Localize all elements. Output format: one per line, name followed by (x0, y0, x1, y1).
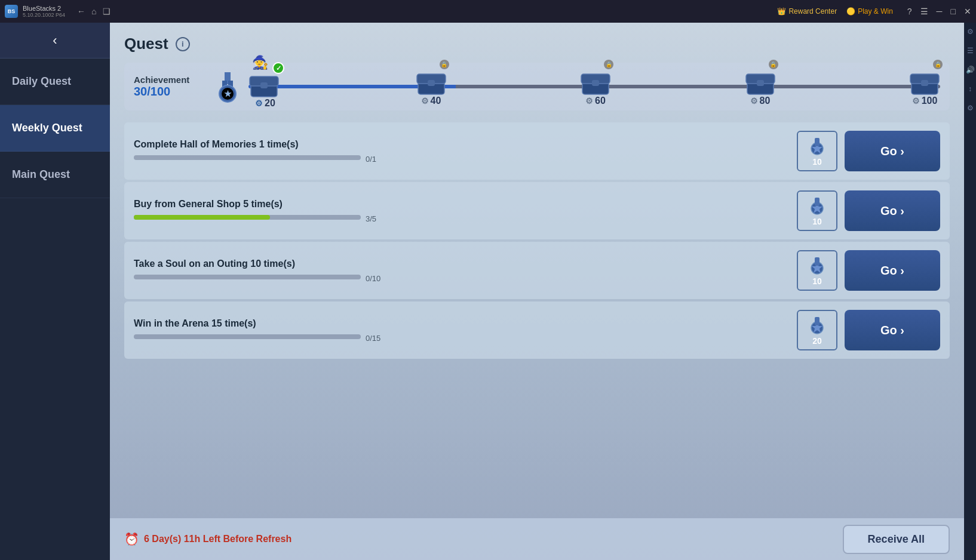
reward-count-3: 10 (812, 276, 822, 286)
milestone-100-value: ⚙ 100 (912, 96, 938, 106)
app-title: BlueStacks 2 (23, 5, 65, 12)
reward-medal-icon-4 (807, 315, 827, 335)
quest-reward-3: 10 (797, 250, 837, 291)
progress-bar-4 (134, 334, 361, 339)
quest-item-3: Take a Soul on an Outing 10 time(s) 0/10 (124, 242, 950, 299)
milestone-60: 🔒 ⚙ 60 (580, 64, 611, 109)
svg-rect-11 (428, 80, 435, 86)
progress-text-4: 0/15 (366, 334, 380, 343)
back-nav-icon[interactable]: ← (77, 7, 85, 16)
main-container: ‹ Daily Quest Weekly Quest Main Quest Qu… (0, 23, 976, 560)
back-arrow-icon: ‹ (53, 33, 57, 48)
progress-text-1: 0/1 (366, 155, 376, 164)
footer: ⏰ 6 Day(s) 11h Left Before Refresh Recei… (110, 518, 964, 560)
home-nav-icon[interactable]: ⌂ (91, 7, 96, 16)
sidebar-item-daily-quest[interactable]: Daily Quest (0, 59, 110, 105)
milestones-bar: ✓ 🧙 ⚙ 20 (248, 69, 940, 104)
app-version: 5.10.20.1002 P64 (23, 12, 65, 18)
reward-center-btn[interactable]: 👑 Reward Center (777, 7, 837, 16)
quest-item-1: Complete Hall of Memories 1 time(s) 0/1 (124, 122, 950, 180)
pages-nav-icon[interactable]: ❑ (103, 7, 111, 16)
quest-item-2: Buy from General Shop 5 time(s) 3/5 (124, 182, 950, 239)
milestone-40-value: ⚙ 40 (421, 96, 441, 106)
reward-center-label: Reward Center (788, 7, 837, 16)
milestone-20-character: 🧙 (252, 55, 268, 70)
progress-fill-2 (134, 215, 270, 220)
title-bar-left: BS BlueStacks 2 5.10.20.1002 P64 ← ⌂ ❑ (5, 5, 111, 18)
svg-rect-17 (757, 80, 764, 86)
go-button-2[interactable]: Go › (845, 190, 940, 231)
reward-medal-icon-3 (807, 255, 827, 275)
milestone-80-lock: 🔒 (769, 60, 778, 69)
milestone-40-chest: 🔒 (416, 64, 447, 96)
title-bar-right: 👑 Reward Center 🟡 Play & Win ? ☰ ─ □ ✕ (777, 7, 971, 16)
play-win-btn[interactable]: 🟡 Play & Win (846, 7, 893, 16)
quest-item-4: Win in the Arena 15 time(s) 0/15 20 (124, 301, 950, 359)
svg-rect-20 (921, 80, 928, 86)
progress-bar-3 (134, 275, 361, 279)
nav-icons: ← ⌂ ❑ (77, 7, 110, 16)
app-icon: BS (5, 5, 18, 18)
reward-count-1: 10 (812, 157, 822, 167)
sidebar-item-weekly-quest[interactable]: Weekly Quest (0, 105, 110, 152)
right-icon-4[interactable]: ↕ (968, 85, 972, 93)
right-icon-5[interactable]: ⚙ (967, 104, 974, 112)
milestone-20: ✓ 🧙 ⚙ 20 (248, 64, 282, 109)
sidebar-item-main-quest[interactable]: Main Quest (0, 152, 110, 198)
close-icon[interactable]: ✕ (964, 7, 971, 16)
info-icon[interactable]: i (176, 37, 190, 51)
content-area: Quest i Achievement 30/100 ★ (110, 23, 964, 560)
progress-bar-2 (134, 215, 361, 220)
timer-label: 6 Day(s) 11h Left Before Refresh (144, 534, 291, 544)
go-button-1[interactable]: Go › (845, 131, 940, 171)
right-icon-1[interactable]: ⚙ (967, 27, 974, 36)
quest-name-2: Buy from General Shop 5 time(s) (134, 199, 790, 210)
milestone-100-chest: 🔒 (909, 64, 940, 96)
go-button-3[interactable]: Go › (845, 250, 940, 291)
right-icon-3[interactable]: 🔊 (966, 66, 975, 74)
sidebar: ‹ Daily Quest Weekly Quest Main Quest (0, 23, 110, 560)
quest-header: Quest i (124, 35, 950, 53)
progress-text-2: 3/5 (366, 214, 376, 223)
right-icon-2[interactable]: ☰ (967, 47, 974, 55)
weekly-quest-label: Weekly Quest (12, 122, 82, 134)
quest-reward-2: 10 (797, 190, 837, 231)
milestone-20-check: ✓ (272, 62, 284, 74)
achievement-section: Achievement 30/100 ★ (124, 63, 950, 110)
milestone-60-chest: 🔒 (580, 64, 611, 96)
reward-medal-icon-1 (807, 136, 827, 156)
milestone-60-lock: 🔒 (604, 60, 613, 69)
svg-rect-8 (260, 82, 268, 88)
back-button[interactable]: ‹ (0, 23, 110, 59)
quest-info-1: Complete Hall of Memories 1 time(s) 0/1 (134, 139, 790, 164)
quest-reward-4: 20 (797, 310, 837, 350)
main-quest-label: Main Quest (12, 168, 70, 180)
timer-section: ⏰ 6 Day(s) 11h Left Before Refresh (124, 532, 291, 546)
svg-text:★: ★ (224, 89, 232, 99)
go-button-4[interactable]: Go › (845, 310, 940, 350)
right-sidebar: ⚙ ☰ 🔊 ↕ ⚙ (964, 23, 976, 560)
quest-name-3: Take a Soul on an Outing 10 time(s) (134, 259, 790, 269)
milestone-100-lock: 🔒 (933, 60, 943, 69)
play-win-label: Play & Win (858, 7, 893, 16)
milestone-60-value: ⚙ 60 (585, 96, 606, 106)
milestone-80-chest: 🔒 (745, 64, 776, 96)
receive-all-button[interactable]: Receive All (843, 525, 950, 554)
quest-info-3: Take a Soul on an Outing 10 time(s) 0/10 (134, 259, 790, 283)
milestone-20-chest: ✓ 🧙 (248, 64, 282, 98)
minimize-icon[interactable]: ─ (937, 7, 943, 16)
svg-rect-26 (815, 198, 820, 206)
milestone-80-value: ⚙ 80 (750, 96, 771, 106)
maximize-icon[interactable]: □ (951, 7, 956, 16)
achievement-label-group: Achievement 30/100 (134, 75, 205, 99)
menu-icon[interactable]: ☰ (920, 7, 928, 16)
achievement-medal-icon: ★ (215, 72, 239, 101)
progress-bar-1 (134, 155, 361, 160)
quest-info-4: Win in the Arena 15 time(s) 0/15 (134, 318, 790, 343)
progress-text-3: 0/10 (366, 274, 380, 283)
window-controls: ? ☰ ─ □ ✕ (907, 7, 971, 16)
help-icon[interactable]: ? (907, 7, 912, 16)
quest-reward-1: 10 (797, 131, 837, 171)
timer-icon: ⏰ (124, 532, 139, 546)
page-title: Quest (124, 35, 168, 53)
